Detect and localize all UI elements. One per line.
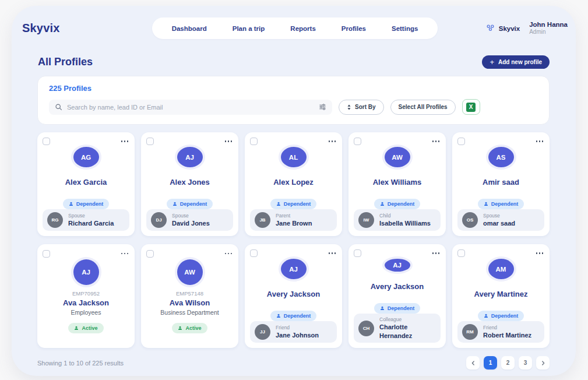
profile-name: Alex Jones: [170, 178, 210, 187]
related-person[interactable]: OSSpouseomar saad: [457, 209, 544, 231]
card-checkbox[interactable]: [354, 138, 361, 145]
profile-name: Ava Wilson: [170, 298, 210, 307]
person-icon: [484, 314, 488, 318]
top-header: Skyvix DashboardPlan a tripReportsProfil…: [12, 6, 576, 39]
card-head: [43, 249, 129, 258]
profile-card[interactable]: AJAvery JacksonDependentCHColleagueCharl…: [348, 244, 446, 348]
avatar: AW: [177, 259, 203, 285]
related-avatar: CH: [358, 321, 374, 336]
profile-card[interactable]: AJEMP70952Ava JacksonEmployeesActive: [37, 244, 135, 348]
profile-card[interactable]: AJAlex JonesDependentDJSpouseDavid Jones: [141, 132, 238, 236]
relation-label: Spouse: [68, 213, 114, 219]
relation-name: Charlotte Hernandez: [379, 323, 436, 340]
card-checkbox[interactable]: [457, 249, 465, 257]
badge-label: Dependent: [491, 201, 519, 207]
footer: Showing 1 to 10 of 225 results 123: [37, 356, 550, 370]
badge-label: Dependent: [180, 201, 207, 207]
header-user-area: Skyvix John Hanna Admin: [469, 20, 568, 36]
brand-logo[interactable]: Skyvix: [22, 22, 121, 35]
profile-card[interactable]: ASAmir saadDependentOSSpouseomar saad: [452, 132, 550, 236]
profile-card[interactable]: AWAlex WilliamsDependentIWChildIsabella …: [348, 132, 446, 236]
profile-card[interactable]: ALAlex LopezDependentJBParentJane Brown: [245, 132, 342, 236]
card-head: [43, 138, 129, 145]
next-page-button[interactable]: [536, 356, 550, 370]
related-person[interactable]: JJFriendJane Johnson: [250, 321, 337, 343]
card-checkbox[interactable]: [43, 250, 50, 258]
relation-label: Spouse: [483, 213, 515, 219]
card-head: [250, 249, 337, 257]
profile-card[interactable]: AJAvery JacksonDependentJJFriendJane Joh…: [245, 244, 342, 348]
related-person[interactable]: JBParentJane Brown: [250, 209, 337, 231]
related-person[interactable]: RGSpouseRichard Garcia: [43, 209, 129, 231]
filter-sliders-icon: [319, 103, 326, 111]
profiles-count: 225 Profiles: [49, 84, 538, 93]
add-new-profile-button[interactable]: + Add new profile: [482, 55, 550, 69]
card-checkbox[interactable]: [457, 138, 465, 145]
filter-button[interactable]: [319, 103, 326, 111]
page-button-1[interactable]: 1: [484, 356, 497, 370]
user-profile[interactable]: John Hanna Admin: [529, 20, 568, 36]
person-icon: [69, 202, 73, 206]
nav-item-dashboard[interactable]: Dashboard: [172, 25, 207, 32]
person-icon: [484, 202, 488, 206]
relation-label: Parent: [276, 213, 312, 219]
sort-by-button[interactable]: Sort By: [339, 100, 384, 115]
relation-name: David Jones: [172, 219, 210, 227]
card-menu-icon[interactable]: [328, 139, 337, 143]
avatar: AL: [281, 147, 307, 167]
nav-item-reports[interactable]: Reports: [290, 25, 315, 32]
relation-label: Colleague: [379, 316, 436, 323]
relation-label: Spouse: [172, 213, 210, 219]
card-menu-icon[interactable]: [328, 251, 337, 255]
export-excel-button[interactable]: X: [462, 99, 480, 115]
card-checkbox[interactable]: [146, 250, 154, 258]
related-person[interactable]: DJSpouseDavid Jones: [146, 209, 233, 231]
card-menu-icon[interactable]: [535, 251, 545, 255]
related-texts: SpouseRichard Garcia: [68, 213, 114, 227]
page-button-3[interactable]: 3: [519, 356, 532, 370]
related-texts: FriendJane Johnson: [276, 325, 319, 339]
person-icon: [380, 306, 385, 311]
card-menu-icon[interactable]: [224, 252, 234, 256]
badge-label: Dependent: [284, 313, 311, 319]
app-container: Skyvix DashboardPlan a tripReportsProfil…: [12, 6, 576, 376]
card-menu-icon[interactable]: [120, 139, 130, 143]
card-checkbox[interactable]: [250, 138, 258, 145]
nav-item-settings[interactable]: Settings: [392, 25, 418, 32]
org-switcher[interactable]: Skyvix: [485, 24, 520, 33]
plus-icon: +: [490, 59, 494, 65]
card-checkbox[interactable]: [354, 249, 361, 257]
sort-by-label: Sort By: [355, 104, 376, 110]
card-checkbox[interactable]: [250, 249, 258, 257]
card-head: [146, 138, 233, 145]
card-head: [250, 138, 337, 145]
person-icon: [178, 326, 182, 330]
status-badge: Active: [172, 323, 207, 333]
card-menu-icon[interactable]: [431, 139, 441, 143]
card-checkbox[interactable]: [43, 138, 50, 145]
profile-card[interactable]: AGAlex GarciaDependentRGSpouseRichard Ga…: [37, 132, 135, 236]
related-texts: SpouseDavid Jones: [172, 213, 210, 227]
status-badge: Dependent: [374, 199, 421, 209]
related-person[interactable]: RMFriendRobert Martinez: [457, 321, 544, 343]
profile-card[interactable]: AMAvery MartinezDependentRMFriendRobert …: [452, 244, 550, 348]
card-menu-icon[interactable]: [224, 139, 234, 143]
nav-item-profiles[interactable]: Profiles: [341, 25, 366, 32]
avatar: AJ: [281, 259, 307, 279]
prev-page-button[interactable]: [466, 356, 480, 370]
nav-item-plan-a-trip[interactable]: Plan a trip: [233, 25, 265, 32]
card-checkbox[interactable]: [146, 138, 154, 145]
profile-card[interactable]: AWEMP57148Ava WilsonBusiness DepartmentA…: [141, 244, 238, 348]
relation-name: Jane Johnson: [276, 331, 319, 339]
card-menu-icon[interactable]: [535, 139, 545, 143]
card-menu-icon[interactable]: [431, 251, 441, 255]
related-texts: FriendRobert Martinez: [483, 325, 531, 339]
toolbar-row: Sort By Select All Profiles X: [49, 99, 538, 115]
related-person[interactable]: CHColleagueCharlotte Hernandez: [354, 314, 441, 343]
profile-name: Avery Martinez: [474, 290, 528, 298]
page-button-2[interactable]: 2: [501, 356, 515, 370]
select-all-profiles-button[interactable]: Select All Profiles: [390, 100, 456, 115]
card-menu-icon[interactable]: [120, 252, 130, 256]
related-person[interactable]: IWChildIsabella Williams: [354, 209, 441, 231]
search-input[interactable]: [67, 104, 314, 111]
